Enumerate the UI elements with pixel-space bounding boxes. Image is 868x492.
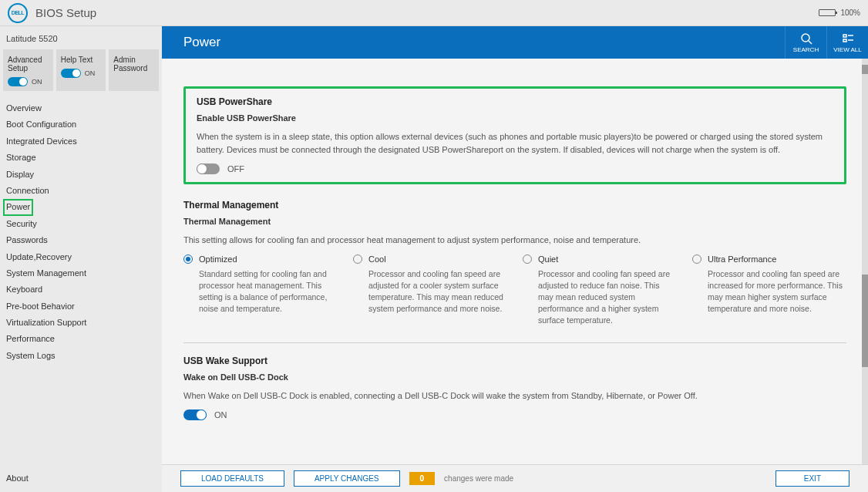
usb-powershare-toggle[interactable]: [197, 163, 220, 174]
thermal-option-cool[interactable]: CoolProcessor and cooling fan speed are …: [353, 254, 507, 327]
changes-label: changes were made: [444, 474, 513, 483]
usb-wake-title: USB Wake Support: [183, 356, 846, 366]
usb-powershare-title: USB PowerShare: [197, 96, 833, 107]
usb-wake-toggle[interactable]: [183, 409, 207, 420]
model-label: Latitude 5520: [3, 29, 159, 49]
scroll-area[interactable]: USB PowerShare Enable USB PowerShare Whe…: [162, 59, 868, 464]
section-usb-wake: USB Wake Support Wake on Dell USB-C Dock…: [183, 356, 846, 421]
svg-point-0: [802, 34, 809, 42]
radio-dot[interactable]: [183, 254, 193, 264]
battery-pct: 100%: [840, 8, 860, 17]
topbar: DELL BIOS Setup 100%: [0, 0, 868, 26]
nav-item-keyboard[interactable]: Keyboard: [3, 281, 159, 298]
nav-item-security[interactable]: Security: [3, 216, 159, 232]
nav-item-power[interactable]: Power: [3, 199, 33, 215]
usb-powershare-subtitle: Enable USB PowerShare: [197, 113, 833, 123]
thermal-title: Thermal Management: [183, 200, 846, 211]
nav-item-connection[interactable]: Connection: [3, 183, 159, 199]
load-defaults-button[interactable]: LOAD DEFAULTS: [180, 470, 284, 487]
svg-rect-2: [843, 35, 846, 37]
nav-item-virtualization-support[interactable]: Virtualization Support: [3, 315, 159, 331]
nav-item-pre-boot-behavior[interactable]: Pre-boot Behavior: [3, 298, 159, 315]
radio-dot[interactable]: [692, 254, 701, 264]
page-header: Power SEARCH VIEW ALL: [162, 26, 868, 59]
card-admin-password[interactable]: Admin Password: [109, 49, 159, 91]
apply-changes-button[interactable]: APPLY CHANGES: [294, 470, 400, 487]
usb-wake-state: ON: [214, 410, 227, 420]
nav-item-update-recovery[interactable]: Update,Recovery: [3, 249, 159, 265]
scroll-up[interactable]: [862, 65, 868, 74]
thermal-subtitle: Thermal Management: [183, 217, 846, 226]
content: Power SEARCH VIEW ALL USB PowerShare Ena…: [162, 26, 868, 492]
search-button[interactable]: SEARCH: [785, 26, 826, 59]
divider: [183, 342, 846, 343]
battery-icon: [819, 9, 836, 16]
scroll-thumb[interactable]: [862, 275, 868, 367]
page-title: Power: [183, 35, 220, 50]
card-advanced-setup[interactable]: Advanced Setup ON: [3, 49, 53, 91]
radio-dot[interactable]: [353, 254, 362, 264]
radio-dot[interactable]: [523, 254, 532, 264]
dell-logo: DELL: [8, 3, 28, 23]
about-link[interactable]: About: [3, 467, 159, 489]
nav-list: OverviewBoot ConfigurationIntegrated Dev…: [3, 100, 159, 364]
thermal-options: OptimizedStandard setting for cooling fa…: [183, 254, 846, 327]
thermal-option-quiet[interactable]: QuietProcessor and cooling fan speed are…: [523, 254, 677, 327]
card-help-text[interactable]: Help Text ON: [56, 49, 106, 91]
battery-status: 100%: [819, 8, 860, 17]
svg-line-1: [809, 41, 812, 44]
quick-cards: Advanced Setup ON Help Text ON Admin Pas…: [3, 49, 159, 91]
nav-item-system-logs[interactable]: System Logs: [3, 348, 159, 364]
usb-wake-subtitle: Wake on Dell USB-C Dock: [183, 372, 846, 382]
usb-wake-desc: When Wake on Dell USB-C Dock is enabled,…: [183, 389, 846, 403]
nav-item-performance[interactable]: Performance: [3, 331, 159, 347]
exit-button[interactable]: EXIT: [775, 470, 849, 487]
toggle-help[interactable]: [61, 69, 81, 78]
nav-item-system-management[interactable]: System Management: [3, 265, 159, 281]
thermal-option-ultra-performance[interactable]: Ultra PerformanceProcessor and cooling f…: [692, 254, 846, 327]
thermal-option-optimized[interactable]: OptimizedStandard setting for cooling fa…: [183, 254, 338, 327]
view-all-icon: [842, 32, 854, 45]
section-usb-powershare: USB PowerShare Enable USB PowerShare Whe…: [183, 86, 846, 184]
usb-powershare-state: OFF: [227, 164, 244, 174]
nav-item-storage[interactable]: Storage: [3, 150, 159, 166]
nav-item-passwords[interactable]: Passwords: [3, 232, 159, 248]
thermal-desc: This setting allows for cooling fan and …: [183, 234, 846, 247]
scrollbar[interactable]: [862, 59, 868, 464]
nav-item-overview[interactable]: Overview: [3, 100, 159, 116]
svg-rect-3: [843, 39, 846, 42]
section-thermal: Thermal Management Thermal Management Th…: [183, 200, 846, 327]
sidebar: Latitude 5520 Advanced Setup ON Help Tex…: [0, 26, 162, 492]
nav-item-display[interactable]: Display: [3, 167, 159, 183]
nav-item-integrated-devices[interactable]: Integrated Devices: [3, 133, 159, 150]
changes-count: 0: [409, 472, 436, 485]
nav-item-boot-configuration[interactable]: Boot Configuration: [3, 116, 159, 133]
usb-powershare-desc: When the system is in a sleep state, thi…: [197, 130, 833, 156]
view-all-button[interactable]: VIEW ALL: [826, 26, 868, 59]
app-title: BIOS Setup: [35, 6, 96, 19]
footer: LOAD DEFAULTS APPLY CHANGES 0 changes we…: [162, 464, 868, 492]
toggle-advanced[interactable]: [8, 77, 28, 86]
search-icon: [800, 32, 812, 45]
